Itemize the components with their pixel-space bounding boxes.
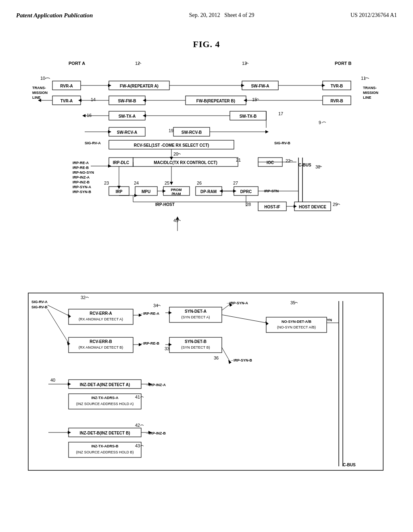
svg-marker-23: [82, 114, 86, 117]
num-10: 10: [40, 76, 45, 81]
dp-ram-text: DP-RAM: [200, 189, 217, 194]
port-b-label: PORT B: [335, 61, 352, 66]
inz-tx-adrs-a-text1: INZ-TX-ADRS-A: [92, 396, 119, 400]
port-a-label: PORT A: [69, 61, 85, 66]
irp-inz-b-label: IRP-INZ-B: [73, 180, 90, 184]
rvr-b-text: RVR-B: [330, 99, 343, 103]
num-26: 26: [197, 181, 202, 185]
sw-tx-b-text: SW-TX-B: [240, 114, 257, 118]
page-header: Patent Application Publication Sep. 20, …: [16, 8, 397, 27]
syn-det-a-text: SYN-DET-A: [185, 309, 206, 314]
host-if-text: HOST-IF: [264, 205, 280, 209]
irp-re-b-label: IRP-RE-B: [73, 166, 89, 170]
lower-irp-re-b: →IRP-RE-B: [140, 341, 159, 345]
page: Patent Application Publication Sep. 20, …: [0, 0, 413, 532]
num-30: 30: [315, 164, 320, 169]
rcv-err-a-text: RCV-ERR-A: [90, 311, 112, 316]
sig-rv-b-label: SIG-RV-B: [274, 141, 290, 145]
trans-mission-label-left: TRANS-: [32, 86, 46, 90]
irp-no-syn-label: IRP-NO-SYN: [73, 170, 94, 175]
syn-det-a-sub: (SYN DETECT A): [181, 315, 210, 319]
num-9: 9: [319, 120, 321, 125]
rcv-err-a-sub: (RX ANOMALY DETECT A): [79, 317, 123, 321]
sw-rcv-a-text: SW-RCV-A: [117, 130, 137, 135]
num-23: 23: [104, 181, 109, 185]
lower-num-36: 36: [214, 355, 219, 360]
lower-num-41: 41: [135, 395, 140, 399]
upper-diagram: PORT A PORT B 10 11 TRANS- MISSION LINE …: [16, 58, 403, 291]
diagram-svg-container: PORT A PORT B 10 11 TRANS- MISSION LINE …: [16, 58, 397, 480]
sig-rv-a-label: SIG-RV-A: [85, 141, 101, 145]
inz-tx-adrs-a-text2: (INZ SOURCE ADDRESS HOLD A): [76, 402, 134, 406]
rvr-a-text: RVR-A: [60, 84, 73, 88]
diagram-area: FIG. 4 PORT A PORT B 10 11 TRANS- MISSIO…: [16, 39, 397, 480]
svg-marker-27: [265, 130, 269, 133]
fw-a-text: FW-A(REPEATER A): [120, 84, 159, 88]
num-12: 12: [135, 61, 140, 66]
prom-ram-text: PROM: [171, 188, 182, 192]
num-21: 21: [236, 158, 241, 162]
lower-irp-inz-b: →IRP-INZ-B: [145, 431, 166, 435]
num-19: 19: [169, 128, 173, 133]
mpu-text: MPU: [142, 189, 150, 194]
inz-det-b-text: INZ-DET-B(INZ DETECT B): [80, 431, 130, 435]
header-publication-label: Patent Application Publication: [16, 12, 93, 19]
lower-num-42: 42: [135, 423, 140, 428]
irp-host-label: IRP-HOST: [155, 202, 175, 207]
num-25: 25: [165, 181, 169, 185]
irp-syn-b-label: IRP-SYN-B: [73, 190, 92, 194]
lower-sig-rv-a: SIG-RV-A: [31, 300, 48, 304]
irp-text: IRP: [116, 189, 123, 194]
irp-syn-a-label: IRP-SYN-A: [73, 185, 92, 189]
svg-text:/RAM: /RAM: [172, 192, 181, 196]
lower-num-32: 32: [81, 295, 86, 300]
sw-rcv-b-text: SW-RCV-B: [181, 130, 202, 135]
inz-tx-adrs-b-text1: INZ-TX-ADRS-B: [92, 444, 119, 448]
fw-b-text: FW-B(REPEATER B): [196, 99, 235, 103]
figure-title: FIG. 4: [16, 39, 397, 50]
header-date-sheet: Sep. 20, 2012 Sheet 4 of 29: [189, 12, 254, 19]
ioc-text: IOC: [267, 160, 274, 165]
irp-dlc-text: IRP-DLC: [113, 160, 129, 165]
lower-sig-rv-b: SIG-RV-B: [31, 305, 48, 309]
syn-det-b-sub: (SYN DETECT B): [181, 345, 210, 349]
num-17: 17: [278, 111, 283, 116]
lower-diagram: SIG-RV-A SIG-RV-B 32 34 RCV-ERR-A (RX AN…: [16, 285, 403, 478]
no-syn-det-text2: (NO-SYN DETECT A/B): [277, 325, 316, 329]
mac-dlc-text: MAC/DLC(TX RX CONTROL CCT): [154, 160, 217, 165]
num-16: 16: [87, 113, 92, 118]
lower-irp-syn-b: →IRP-SYN-B: [230, 358, 252, 362]
svg-text:LINE: LINE: [32, 96, 41, 100]
host-device-text: HOST DEVICE: [299, 205, 326, 209]
trans-mission-label-right: TRANS-: [363, 86, 377, 90]
inz-det-a-text: INZ-DET-A(INZ DETECT A): [80, 382, 130, 387]
sw-fw-b-text: SW-FW-B: [118, 99, 136, 103]
c-bus-upper-label: C-BUS: [298, 163, 311, 167]
syn-det-b-text: SYN-DET-B: [185, 339, 206, 344]
tvr-a-text: TVR-A: [60, 99, 73, 103]
rcv-err-b-text: RCV-ERR-B: [90, 339, 112, 344]
tvr-b-text: TVR-B: [331, 84, 343, 88]
lower-c-bus-label: C-BUS: [343, 463, 356, 467]
irp-inz-a-label: IRP-INZ-A: [73, 175, 90, 179]
num-24: 24: [134, 181, 139, 185]
dprc-text: DPRC: [240, 189, 252, 194]
svg-marker-32: [170, 182, 173, 185]
lower-irp-re-a: →IRP-RE-A: [140, 312, 159, 316]
no-syn-det-text1: NO-SYN-DET-A/B: [282, 320, 312, 324]
sw-tx-a-text: SW-TX-A: [119, 114, 136, 118]
num-27: 27: [233, 181, 238, 185]
svg-text:LINE: LINE: [363, 96, 371, 100]
rcv-sel-text: RCV-SEL(1ST -COME RX SELECT CCT): [134, 143, 209, 148]
svg-text:MISSION: MISSION: [363, 91, 378, 95]
num-14: 14: [91, 97, 96, 102]
header-patent-number: US 2012/236764 A1: [350, 12, 397, 19]
inz-tx-adrs-b-text2: (INZ SOURCE ADDRESS HOLD B): [76, 450, 133, 454]
lower-irp-inz-a: →IRP-INZ-A: [145, 383, 166, 387]
rcv-err-b-sub: (RX ANOMALY DETECT B): [79, 345, 123, 349]
irp-re-a-label: IRP-RE-A: [73, 161, 89, 165]
num-28: 28: [246, 202, 251, 207]
lower-num-43: 43: [135, 443, 140, 448]
lower-num-40: 40: [50, 378, 55, 382]
svg-text:MISSION: MISSION: [32, 91, 48, 95]
